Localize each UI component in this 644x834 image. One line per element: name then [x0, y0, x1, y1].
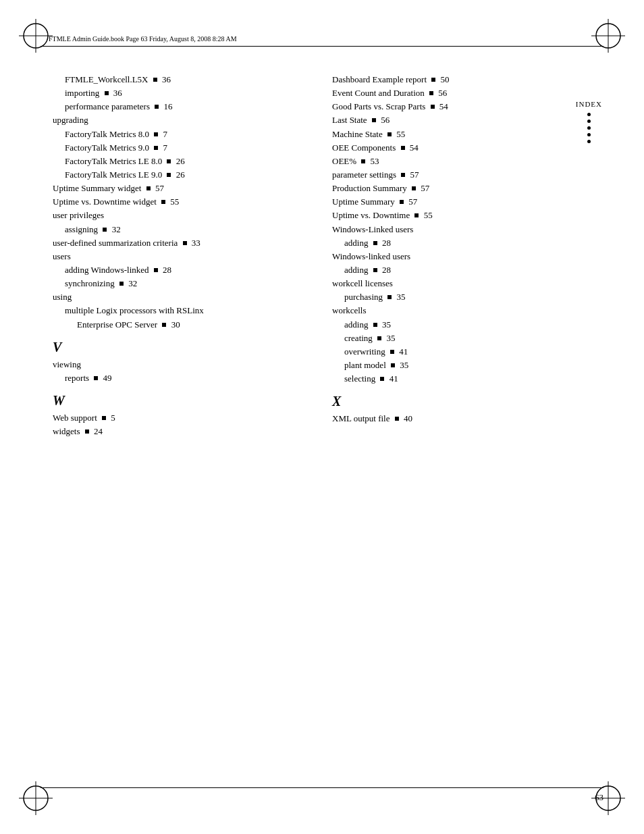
list-item: using: [53, 290, 312, 304]
bullet-icon: [154, 146, 158, 150]
list-item: FTMLE_Workcell.L5X 36: [53, 73, 312, 86]
list-item: adding 28: [332, 263, 591, 277]
list-item: FactoryTalk Metrics LE 8.0 26: [53, 155, 312, 168]
list-item: Event Count and Duration 56: [332, 86, 591, 100]
content-area: FTMLE_Workcell.L5X 36 importing 36 perfo…: [53, 59, 591, 775]
list-item: Production Summary 57: [332, 182, 591, 195]
list-item: Dashboard Example report 50: [332, 73, 591, 86]
list-item: multiple Logix processors with RSLinx: [53, 304, 312, 317]
list-item: overwriting 41: [332, 345, 591, 359]
bullet-icon: [94, 376, 98, 380]
list-item: Windows-Linked users: [332, 223, 591, 236]
bullet-icon: [391, 363, 395, 367]
page: FTMLE Admin Guide.book Page 63 Friday, A…: [0, 0, 644, 834]
list-item: plant model 35: [332, 359, 591, 372]
bullet-icon: [372, 118, 376, 122]
list-item: Good Parts vs. Scrap Parts 54: [332, 100, 591, 113]
list-item: users: [53, 250, 312, 263]
list-item: adding 28: [332, 236, 591, 250]
list-item: creating 35: [332, 332, 591, 345]
list-item: FactoryTalk Metrics 9.0 7: [53, 141, 312, 155]
corner-mark-bl: [19, 781, 53, 815]
bullet-icon: [395, 417, 399, 421]
bullet-icon: [377, 336, 381, 340]
bullet-icon: [373, 241, 377, 245]
bullet-icon: [412, 186, 416, 190]
bullet-icon: [429, 91, 433, 95]
bullet-icon: [361, 159, 365, 163]
list-item: Uptime Summary 57: [332, 195, 591, 209]
header-text: FTMLE Admin Guide.book Page 63 Friday, A…: [49, 35, 237, 43]
bullet-icon: [400, 200, 404, 204]
section-letter-w: W: [53, 393, 312, 409]
bullet-icon: [414, 213, 419, 217]
bullet-icon: [162, 323, 166, 327]
corner-mark-tl: [19, 19, 53, 53]
list-item: viewing: [53, 358, 312, 371]
section-letter-x: X: [332, 394, 591, 409]
list-item: widgets 24: [53, 425, 312, 438]
list-item: FactoryTalk Metrics LE 9.0 26: [53, 168, 312, 182]
list-item: Uptime Summary widget 57: [53, 182, 312, 195]
bullet-icon: [401, 146, 405, 150]
list-item: parameter settings 57: [332, 168, 591, 182]
list-item: workcells: [332, 304, 591, 317]
header-rule: [41, 46, 603, 47]
bullet-icon: [102, 416, 106, 420]
list-item: FactoryTalk Metrics 8.0 7: [53, 128, 312, 141]
bullet-icon: [154, 132, 158, 136]
bullet-icon: [431, 105, 435, 109]
section-letter-v: V: [53, 340, 312, 355]
bullet-icon: [373, 268, 377, 272]
page-number: 63: [595, 792, 603, 803]
bullet-icon: [161, 200, 165, 204]
list-item: OEE Components 54: [332, 141, 591, 155]
list-item: Uptime vs. Downtime 55: [332, 209, 591, 222]
list-item: performance parameters 16: [53, 100, 312, 113]
bullet-icon: [146, 186, 151, 190]
list-item: Last State 56: [332, 113, 591, 127]
bullet-icon: [373, 323, 377, 327]
bullet-icon: [155, 105, 159, 109]
list-item: Uptime vs. Downtime widget 55: [53, 195, 312, 209]
bullet-icon: [167, 159, 171, 163]
right-column: Dashboard Example report 50 Event Count …: [332, 73, 591, 438]
footer-rule: [41, 787, 603, 788]
list-item: synchronizing 32: [53, 277, 312, 290]
list-item: Web support 5: [53, 411, 312, 425]
bullet-icon: [154, 268, 158, 272]
list-item: adding 35: [332, 318, 591, 332]
bullet-icon: [183, 241, 187, 245]
bullet-icon: [103, 228, 107, 232]
list-item: adding Windows-linked 28: [53, 263, 312, 277]
list-item: purchasing 35: [332, 290, 591, 304]
index-columns: FTMLE_Workcell.L5X 36 importing 36 perfo…: [53, 73, 591, 438]
bullet-icon: [119, 282, 124, 286]
bullet-icon: [387, 295, 392, 299]
bullet-icon: [401, 173, 405, 177]
list-item: XML output file 40: [332, 412, 591, 425]
bullet-icon: [105, 91, 109, 95]
list-item: OEE% 53: [332, 155, 591, 168]
list-item: importing 36: [53, 86, 312, 100]
bullet-icon: [431, 78, 435, 82]
left-column: FTMLE_Workcell.L5X 36 importing 36 perfo…: [53, 73, 312, 438]
bullet-icon: [167, 173, 171, 177]
list-item: Enterprise OPC Server 30: [53, 318, 312, 332]
bullet-icon: [390, 350, 394, 354]
list-item: workcell licenses: [332, 277, 591, 290]
list-item: user privileges: [53, 209, 312, 222]
corner-mark-tr: [591, 19, 625, 53]
list-item: upgrading: [53, 113, 312, 127]
list-item: user-defined summarization criteria 33: [53, 236, 312, 250]
list-item: reports 49: [53, 371, 312, 385]
list-item: assigning 32: [53, 223, 312, 236]
bullet-icon: [85, 429, 89, 434]
bullet-icon: [153, 78, 157, 82]
bullet-icon: [387, 132, 392, 136]
list-item: selecting 41: [332, 372, 591, 386]
list-item: Windows-linked users: [332, 250, 591, 263]
list-item: Machine State 55: [332, 128, 591, 141]
bullet-icon: [380, 377, 384, 381]
